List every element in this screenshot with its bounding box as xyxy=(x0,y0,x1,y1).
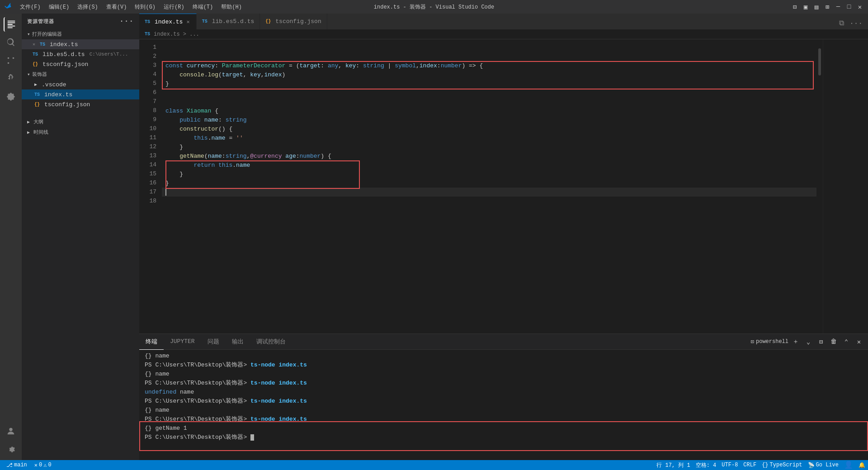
code-line-1 xyxy=(162,43,816,52)
tab-tsconfig[interactable]: {} tsconfig.json xyxy=(260,14,327,29)
terminal-close-btn[interactable]: ✕ xyxy=(854,336,864,347)
menu-select[interactable]: 选择(S) xyxy=(74,2,102,12)
ts-badge: TS xyxy=(33,52,40,57)
code-line-8: class Xiaoman { xyxy=(162,106,816,115)
code-editor[interactable]: 12345 678910 1112131415 161718 const cur… xyxy=(139,39,868,334)
warning-icon: ⚠ xyxy=(43,462,47,469)
menu-edit[interactable]: 编辑(E) xyxy=(45,2,73,12)
more-actions-icon[interactable]: ··· xyxy=(848,18,864,29)
activity-explorer[interactable] xyxy=(4,17,18,32)
language-icon: {} xyxy=(762,462,768,468)
terminal-content[interactable]: {} name PS C:\Users\TR\Desktop\装饰器> ts-n… xyxy=(139,350,868,460)
terminal-line-8: PS C:\Users\TR\Desktop\装饰器> ts-node inde… xyxy=(145,415,863,424)
code-line-4: console.log(target, key,index) xyxy=(162,70,816,79)
minimize-btn[interactable]: ─ xyxy=(835,3,842,10)
chevron-down-icon: ▾ xyxy=(27,31,30,37)
titlebar-left: 文件(F) 编辑(E) 选择(S) 查看(V) 转到(G) 运行(R) 终端(T… xyxy=(5,2,245,12)
folder-section[interactable]: ▾ 装饰器 xyxy=(22,69,139,80)
menu-file[interactable]: 文件(F) xyxy=(16,2,44,12)
terminal-line-3: {} name xyxy=(145,370,863,379)
status-notifications[interactable]: 🔔 xyxy=(856,460,868,470)
open-file-tsconfig[interactable]: {} tsconfig.json xyxy=(22,59,139,69)
status-encoding[interactable]: UTF-8 xyxy=(719,460,741,470)
avatar-icon: 👤 xyxy=(844,461,853,470)
status-line-col[interactable]: 行 17, 列 1 xyxy=(654,460,693,470)
outline-section[interactable]: ▶ 大纲 xyxy=(22,117,139,127)
code-line-15: } xyxy=(162,169,816,179)
layout-btn4[interactable]: ⊞ xyxy=(824,3,831,10)
tab-index-ts[interactable]: TS index.ts ✕ xyxy=(139,14,197,29)
window-controls: ⊟ ▣ ▤ ⊞ ─ □ ✕ xyxy=(791,3,863,10)
editor-scrollbar[interactable] xyxy=(816,39,823,334)
maximize-btn[interactable]: □ xyxy=(845,3,853,10)
layout-btn3[interactable]: ▤ xyxy=(813,3,820,10)
menu-terminal[interactable]: 终端(T) xyxy=(189,2,217,12)
status-bar: ⎇ main ✕ 0 ⚠ 0 行 17, 列 1 空格: 4 UTF-8 CRL… xyxy=(0,460,868,470)
status-spaces[interactable]: 空格: 4 xyxy=(693,460,719,470)
layout-btn[interactable]: ⊟ xyxy=(791,3,798,10)
code-line-17 xyxy=(162,188,816,197)
terminal-tab-output[interactable]: 输出 xyxy=(226,334,250,350)
status-language[interactable]: {} TypeScript xyxy=(759,460,805,470)
terminal-trash-btn[interactable]: 🗑 xyxy=(828,336,839,347)
terminal-tab-jupyter[interactable]: JUPYTER xyxy=(164,334,201,350)
terminal-expand-btn[interactable]: ⌃ xyxy=(841,336,852,347)
code-line-16: } xyxy=(162,179,816,188)
scrollbar-thumb[interactable] xyxy=(818,48,821,75)
powershell-label: ⊡ powershell xyxy=(751,338,788,345)
open-file-index-ts[interactable]: ✕ TS index.ts xyxy=(22,39,139,49)
menu-goto[interactable]: 转到(G) xyxy=(131,2,159,12)
terminal-dropdown-btn[interactable]: ⌄ xyxy=(803,336,814,347)
code-content[interactable]: const currency: ParameterDecorator = (ta… xyxy=(162,39,816,334)
open-editors-section[interactable]: ▾ 打开的编辑器 xyxy=(22,29,139,39)
activity-extensions[interactable] xyxy=(4,89,18,104)
timeline-section[interactable]: ▶ 时间线 xyxy=(22,127,139,137)
status-errors[interactable]: ✕ 0 ⚠ 0 xyxy=(32,460,54,470)
tree-tsconfig[interactable]: {} tsconfig.json xyxy=(22,99,139,109)
chevron-down-icon2: ▾ xyxy=(27,71,30,77)
status-branch[interactable]: ⎇ main xyxy=(4,460,30,470)
svg-point-2 xyxy=(8,57,9,59)
terminal-panel: 终端 JUPYTER 问题 输出 调试控制台 ⊡ powershell ＋ ⌄ … xyxy=(139,334,868,460)
tree-index-ts[interactable]: TS index.ts xyxy=(22,89,139,99)
terminal-split-btn[interactable]: ⊟ xyxy=(816,336,826,347)
code-line-7 xyxy=(162,97,816,106)
tree-vscode-folder[interactable]: ▶ .vscode xyxy=(22,80,139,89)
layout-btn2[interactable]: ▣ xyxy=(802,3,809,10)
chevron-right-icon3: ▶ xyxy=(27,130,30,135)
activity-debug[interactable] xyxy=(4,71,18,86)
vscode-logo-icon xyxy=(5,3,13,11)
menu-run[interactable]: 运行(R) xyxy=(160,2,188,12)
tab-close-icon[interactable]: ✕ xyxy=(185,18,190,26)
status-line-ending[interactable]: CRLF xyxy=(741,460,759,470)
terminal-tab-debug[interactable]: 调试控制台 xyxy=(250,334,292,350)
sidebar-more-icon[interactable]: ··· xyxy=(119,17,134,25)
close-btn[interactable]: ✕ xyxy=(856,3,863,10)
status-avatar[interactable]: 👤 xyxy=(841,460,856,470)
split-editor-icon[interactable]: ⧉ xyxy=(837,17,846,29)
code-line-11: this.name = '' xyxy=(162,133,816,142)
activity-git[interactable] xyxy=(4,53,18,68)
error-icon: ✕ xyxy=(34,462,38,469)
code-line-10: constructor() { xyxy=(162,124,816,133)
status-go-live[interactable]: 📡 Go Live xyxy=(805,460,841,470)
terminal-tab-terminal[interactable]: 终端 xyxy=(139,334,164,350)
activity-search[interactable] xyxy=(4,35,18,50)
activity-settings[interactable] xyxy=(4,442,18,456)
code-line-5: } xyxy=(162,79,816,88)
main-layout: 资源管理器 ··· ▾ 打开的编辑器 ✕ TS index.ts TS lib.… xyxy=(0,14,868,460)
terminal-add-btn[interactable]: ＋ xyxy=(790,336,801,347)
menu-help[interactable]: 帮助(H) xyxy=(217,2,245,12)
terminal-tab-problems[interactable]: 问题 xyxy=(201,334,226,350)
line-numbers: 12345 678910 1112131415 161718 xyxy=(139,39,162,334)
code-line-14: return this.name xyxy=(162,160,816,169)
tab-lib[interactable]: TS lib.es5.d.ts xyxy=(197,14,260,29)
activity-account[interactable] xyxy=(4,424,18,438)
terminal-line-5: undefined name xyxy=(145,388,863,397)
activity-bar xyxy=(0,14,22,460)
terminal-line-1: {} name xyxy=(145,352,863,361)
close-icon[interactable]: ✕ xyxy=(33,42,35,47)
menu-view[interactable]: 查看(V) xyxy=(103,2,131,12)
terminal-line-4: PS C:\Users\TR\Desktop\装饰器> ts-node inde… xyxy=(145,379,863,388)
open-file-lib[interactable]: TS lib.es5.d.ts C:\Users\T... xyxy=(22,49,139,59)
